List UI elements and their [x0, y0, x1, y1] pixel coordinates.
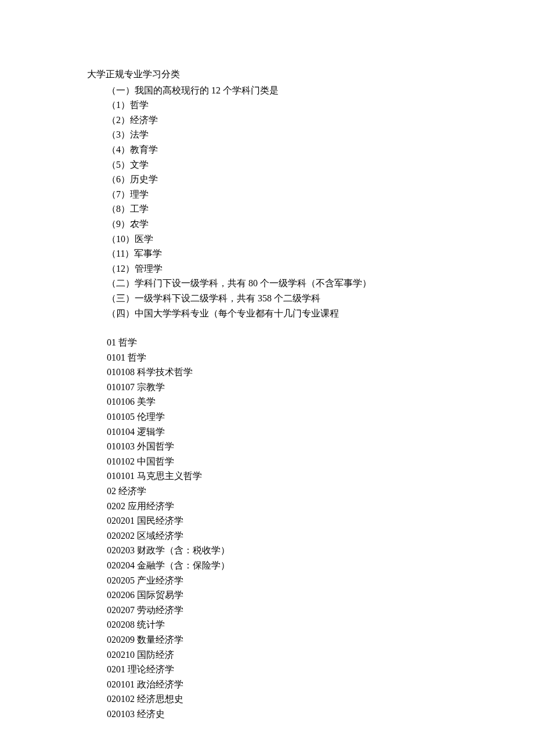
code-line: 020203 财政学（含：税收学）: [107, 543, 447, 558]
code-line: 0202 应用经济学: [107, 499, 447, 514]
code-line: 010103 外国哲学: [107, 439, 447, 454]
code-line: 01 哲学: [107, 335, 447, 350]
code-line: 020204 金融学（含：保险学）: [107, 558, 447, 573]
code-line: 010107 宗教学: [107, 380, 447, 395]
list-item: （6）历史学: [107, 172, 447, 187]
code-line: 0101 哲学: [107, 350, 447, 365]
code-line: 020103 经济史: [107, 707, 447, 722]
list-item: （7）理学: [107, 187, 447, 202]
code-line: 02 经济学: [107, 484, 447, 499]
list-item: （4）教育学: [107, 142, 447, 157]
code-line: 010101 马克思主义哲学: [107, 469, 447, 484]
code-line: 010102 中国哲学: [107, 454, 447, 469]
list-item: （8）工学: [107, 201, 447, 217]
code-line: 020207 劳动经济学: [107, 603, 447, 618]
code-line: 020205 产业经济学: [107, 573, 447, 588]
code-line: 0201 理论经济学: [107, 662, 447, 677]
code-line: 020201 国民经济学: [107, 513, 447, 528]
spacer: [87, 321, 447, 335]
list-item: （5）文学: [107, 157, 447, 172]
list-item: （9）农学: [107, 217, 447, 232]
list-item: （1）哲学: [107, 98, 447, 113]
code-line: 020102 经济思想史: [107, 692, 447, 707]
code-line: 020202 区域经济学: [107, 528, 447, 543]
section-header: （一）我国的高校现行的 12 个学科门类是: [107, 83, 447, 98]
list-item: （10）医学: [107, 232, 447, 247]
list-item: （3）法学: [107, 127, 447, 142]
section-header: （四）中国大学学科专业（每个专业都有十几门专业课程: [107, 306, 447, 321]
code-line: 010105 伦理学: [107, 409, 447, 424]
code-line: 020208 统计学: [107, 617, 447, 632]
section-header: （三）一级学科下设二级学科，共有 358 个二级学科: [107, 291, 447, 306]
code-line: 010106 美学: [107, 394, 447, 409]
code-line: 020101 政治经济学: [107, 677, 447, 692]
list-item: （11）军事学: [107, 246, 447, 261]
code-line: 020210 国防经济: [107, 647, 447, 663]
code-line: 010104 逻辑学: [107, 424, 447, 440]
document-title: 大学正规专业学习分类: [87, 67, 447, 82]
list-item: （12）管理学: [107, 261, 447, 276]
code-line: 020206 国际贸易学: [107, 588, 447, 603]
code-line: 020209 数量经济学: [107, 632, 447, 647]
section-header: （二）学科门下设一级学科，共有 80 个一级学科（不含军事学）: [107, 276, 447, 291]
list-item: （2）经济学: [107, 113, 447, 128]
code-line: 010108 科学技术哲学: [107, 365, 447, 380]
